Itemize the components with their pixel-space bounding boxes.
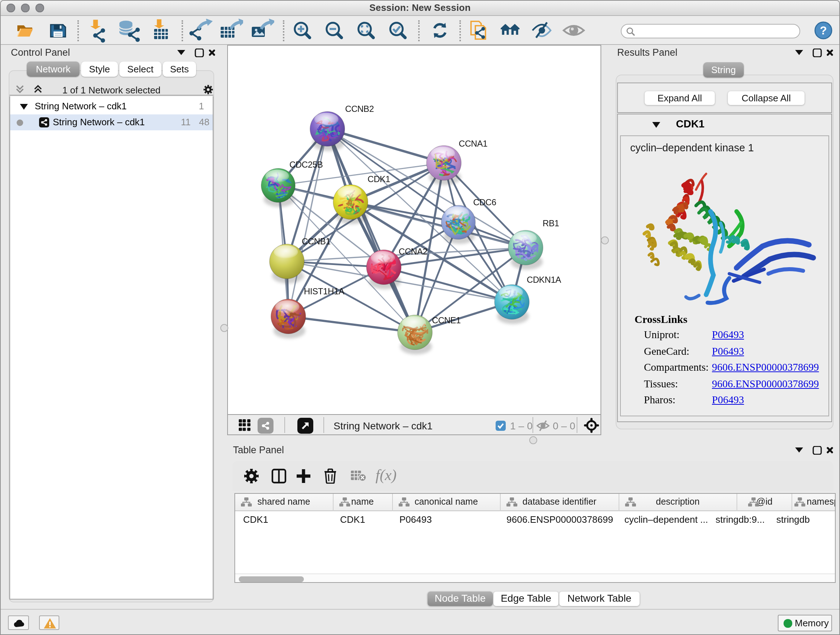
svg-text:CDKN1A: CDKN1A [527, 275, 561, 285]
svg-text:HIST1H1A: HIST1H1A [304, 287, 344, 296]
svg-text:CCNB2: CCNB2 [345, 104, 374, 114]
svg-text:?: ? [820, 24, 827, 36]
svg-text:CDK1: CDK1 [368, 174, 390, 184]
svg-text:CCNA1: CCNA1 [459, 139, 487, 149]
svg-text:CCNE1: CCNE1 [432, 315, 461, 325]
svg-text:CDC25B: CDC25B [289, 160, 323, 169]
svg-text:CCNB1: CCNB1 [302, 236, 330, 246]
svg-text:RB1: RB1 [543, 218, 559, 228]
svg-text:CCNA2: CCNA2 [399, 247, 427, 256]
svg-text:CDC6: CDC6 [473, 197, 496, 207]
